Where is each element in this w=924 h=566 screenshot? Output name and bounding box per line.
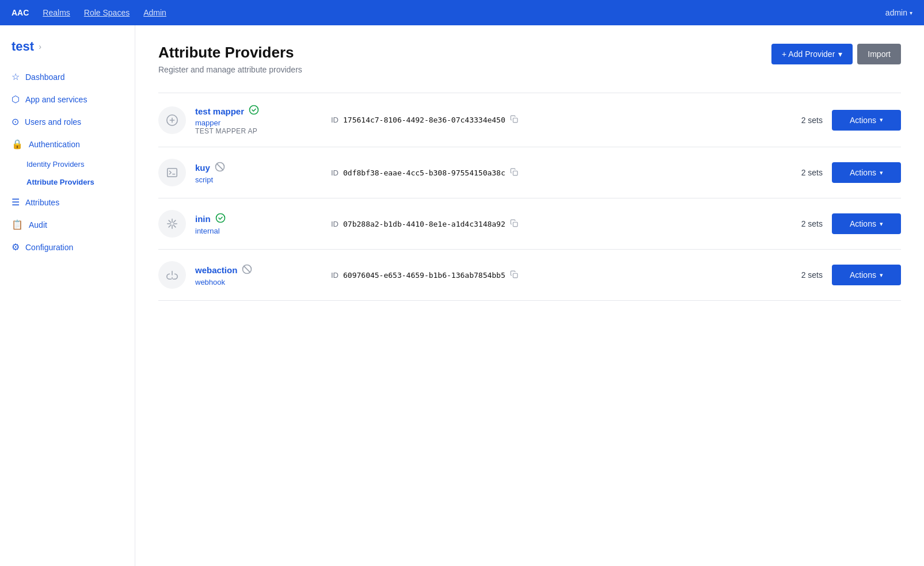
- provider-name-p1: test mapper: [195, 106, 244, 116]
- sidebar-item-audit[interactable]: 📋 Audit: [0, 213, 135, 236]
- provider-id-section-p4: ID 60976045-e653-4659-b1b6-136ab7854bb5: [331, 270, 767, 280]
- actions-label-p2: Actions: [850, 168, 876, 177]
- sidebar-item-audit-label: Audit: [29, 220, 47, 230]
- provider-id-value-p3: 07b288a2-b1db-4410-8e1e-a1d4c3148a92: [343, 220, 505, 228]
- sidebar-workspace[interactable]: test ›: [0, 35, 135, 66]
- sidebar-item-users-roles[interactable]: ⊙ Users and roles: [0, 110, 135, 133]
- add-provider-chevron-icon: ▾: [838, 49, 842, 59]
- sidebar-workspace-name: test: [12, 39, 34, 54]
- provider-id-label-p2: ID: [331, 169, 339, 177]
- navbar-user-chevron-icon: ▾: [910, 10, 912, 16]
- provider-status-icon-p2: [215, 162, 225, 174]
- provider-sets-p3: 2 sets: [777, 219, 823, 228]
- provider-info-p3: inin internal: [195, 213, 322, 235]
- import-button[interactable]: Import: [857, 44, 901, 64]
- actions-button-p4[interactable]: Actions ▾: [832, 265, 901, 285]
- provider-icon-p4: [158, 261, 186, 289]
- provider-id-label-p3: ID: [331, 220, 339, 228]
- svg-point-6: [216, 213, 225, 222]
- provider-status-icon-p1: [249, 105, 259, 117]
- page-subtitle: Register and manage attribute providers: [158, 65, 302, 74]
- add-provider-label: + Add Provider: [782, 49, 835, 59]
- provider-id-section-p2: ID 0df8bf38-eaae-4cc5-b308-97554150a38c: [331, 168, 767, 178]
- provider-info-p1: test mapper mapper TEST MAPPER AP: [195, 105, 322, 135]
- sidebar-item-app-services[interactable]: ⬡ App and services: [0, 88, 135, 110]
- users-roles-icon: ⊙: [12, 116, 19, 127]
- attributes-icon: ☰: [12, 197, 20, 208]
- sidebar-item-users-roles-label: Users and roles: [25, 117, 81, 127]
- header-actions: + Add Provider ▾ Import: [771, 44, 901, 64]
- provider-type-p2: script: [195, 175, 322, 184]
- provider-name-p4: webaction: [195, 265, 237, 275]
- actions-chevron-icon-p2: ▾: [880, 169, 883, 177]
- app-services-icon: ⬡: [12, 94, 20, 105]
- navbar: AAC Realms Role Spaces Admin admin ▾: [0, 0, 924, 25]
- provider-id-label-p4: ID: [331, 271, 339, 280]
- provider-type-p3: internal: [195, 227, 322, 235]
- sidebar-item-app-services-label: App and services: [25, 95, 87, 104]
- sidebar: test › ☆ Dashboard ⬡ App and services ⊙ …: [0, 25, 135, 566]
- copy-id-button-p3[interactable]: [510, 219, 518, 229]
- sidebar-item-attribute-providers-label: Attribute Providers: [26, 178, 94, 186]
- sidebar-item-authentication[interactable]: 🔒 Authentication: [0, 133, 135, 155]
- provider-sets-p2: 2 sets: [777, 168, 823, 177]
- provider-name-p3: inin: [195, 214, 211, 224]
- provider-row: test mapper mapper TEST MAPPER AP ID 175…: [158, 93, 901, 147]
- svg-rect-3: [168, 169, 177, 177]
- provider-id-label-p1: ID: [331, 116, 339, 124]
- provider-icon-p2: [158, 159, 186, 186]
- provider-status-icon-p4: [242, 264, 252, 277]
- provider-status-icon-p3: [215, 213, 226, 225]
- navbar-link-realms[interactable]: Realms: [43, 8, 70, 17]
- provider-row: webaction webhook ID 60976045-e653-4659-…: [158, 250, 901, 301]
- sidebar-item-dashboard-label: Dashboard: [25, 72, 65, 82]
- dashboard-icon: ☆: [12, 71, 20, 82]
- sidebar-item-attributes-label: Attributes: [25, 198, 59, 207]
- svg-point-1: [250, 106, 258, 114]
- actions-label-p1: Actions: [850, 116, 876, 125]
- main-content: Attribute Providers Register and manage …: [135, 25, 924, 566]
- actions-chevron-icon-p1: ▾: [880, 116, 883, 124]
- navbar-link-admin[interactable]: Admin: [143, 8, 166, 17]
- navbar-link-rolespaces[interactable]: Role Spaces: [84, 8, 130, 17]
- sidebar-item-configuration-label: Configuration: [25, 243, 73, 252]
- provider-row: kuy script ID 0df8bf38-eaae-4cc5-b308-97…: [158, 147, 901, 198]
- configuration-icon: ⚙: [12, 242, 20, 253]
- sidebar-item-identity-providers[interactable]: Identity Providers: [0, 155, 135, 173]
- navbar-user-menu[interactable]: admin ▾: [885, 8, 912, 17]
- provider-list: test mapper mapper TEST MAPPER AP ID 175…: [158, 93, 901, 301]
- copy-id-button-p4[interactable]: [510, 270, 518, 280]
- add-provider-button[interactable]: + Add Provider ▾: [771, 44, 853, 64]
- provider-info-p2: kuy script: [195, 162, 322, 184]
- actions-button-p3[interactable]: Actions ▾: [832, 213, 901, 234]
- sidebar-item-authentication-label: Authentication: [29, 140, 80, 149]
- actions-button-p1[interactable]: Actions ▾: [832, 110, 901, 131]
- provider-id-value-p1: 175614c7-8106-4492-8e36-07c43334e450: [343, 116, 505, 124]
- sidebar-item-attributes[interactable]: ☰ Attributes: [0, 191, 135, 213]
- sidebar-workspace-arrow-icon: ›: [39, 42, 41, 51]
- sidebar-item-identity-providers-label: Identity Providers: [26, 160, 84, 169]
- actions-chevron-icon-p4: ▾: [880, 271, 883, 279]
- layout: test › ☆ Dashboard ⬡ App and services ⊙ …: [0, 25, 924, 566]
- navbar-brand[interactable]: AAC: [12, 8, 29, 17]
- svg-rect-7: [513, 222, 518, 227]
- page-title-section: Attribute Providers Register and manage …: [158, 44, 302, 74]
- copy-id-button-p1[interactable]: [510, 115, 518, 125]
- copy-id-button-p2[interactable]: [510, 168, 518, 178]
- provider-sets-p1: 2 sets: [777, 116, 823, 125]
- sidebar-item-configuration[interactable]: ⚙ Configuration: [0, 236, 135, 258]
- actions-label-p4: Actions: [850, 270, 876, 280]
- page-header: Attribute Providers Register and manage …: [158, 44, 901, 74]
- sidebar-item-attribute-providers[interactable]: Attribute Providers: [0, 173, 135, 191]
- provider-id-value-p4: 60976045-e653-4659-b1b6-136ab7854bb5: [343, 271, 505, 280]
- audit-icon: 📋: [12, 219, 23, 230]
- provider-type-p4: webhook: [195, 278, 322, 286]
- actions-button-p2[interactable]: Actions ▾: [832, 162, 901, 183]
- provider-sets-p4: 2 sets: [777, 270, 823, 280]
- actions-chevron-icon-p3: ▾: [880, 220, 883, 228]
- provider-icon-p3: [158, 210, 186, 238]
- svg-rect-2: [513, 118, 518, 123]
- svg-rect-9: [513, 273, 518, 278]
- sidebar-item-dashboard[interactable]: ☆ Dashboard: [0, 66, 135, 88]
- svg-rect-5: [513, 171, 518, 175]
